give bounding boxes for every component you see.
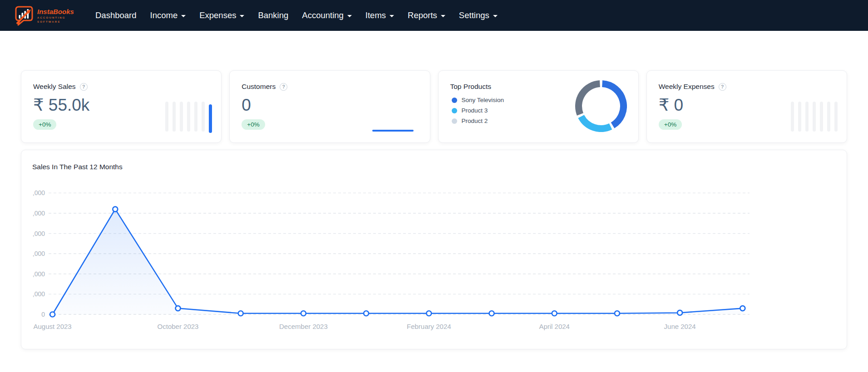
weekly-sales-sparkbars (165, 100, 212, 132)
nav-item-income[interactable]: Income (150, 10, 186, 20)
svg-text:,000: ,000 (33, 189, 45, 196)
chevron-down-icon (181, 15, 186, 17)
svg-text:,000: ,000 (33, 250, 45, 257)
customers-title: Customers (242, 83, 276, 91)
weekly-expenses-trend-badge: +0% (659, 119, 682, 130)
customers-trend-badge: +0% (242, 119, 265, 130)
weekly-expenses-title: Weekly Expenses (659, 83, 715, 91)
svg-text:August 2023: August 2023 (33, 323, 71, 330)
legend-dot (452, 98, 457, 103)
top-products-card: Top Products Sony Television Product 3 P… (438, 70, 639, 143)
chevron-down-icon (441, 15, 445, 17)
help-icon[interactable]: ? (80, 83, 88, 91)
svg-text:0: 0 (41, 311, 45, 318)
svg-text:,000: ,000 (33, 290, 45, 298)
svg-text:April 2024: April 2024 (539, 323, 570, 330)
weekly-sales-trend-badge: +0% (33, 119, 56, 130)
svg-text:,000: ,000 (33, 270, 45, 278)
top-products-title: Top Products (450, 83, 491, 91)
nav-item-banking[interactable]: Banking (258, 10, 288, 20)
svg-text:December 2023: December 2023 (279, 323, 328, 330)
sales-chart-card: Sales In The Past 12 Months 0,000,000,00… (21, 150, 847, 349)
legend-dot (452, 118, 457, 124)
customers-sparkline (372, 130, 414, 132)
help-icon[interactable]: ? (280, 83, 287, 91)
weekly-sales-card: Weekly Sales ? ₹ 55.0k +0% (21, 70, 222, 143)
brand-name: InstaBooks (37, 8, 74, 15)
svg-text:,000: ,000 (33, 210, 45, 217)
instabooks-logo-icon (14, 5, 34, 26)
customers-card: Customers ? 0 +0% (229, 70, 430, 143)
customers-value: 0 (242, 97, 418, 114)
kpi-cards-row: Weekly Sales ? ₹ 55.0k +0% Customers ? 0… (0, 31, 868, 143)
brand-logo[interactable]: InstaBooks ACCOUNTING SOFTWARE (14, 5, 75, 26)
chevron-down-icon (390, 15, 394, 17)
weekly-expenses-card: Weekly Expenses ? ₹ 0 +0% (646, 70, 847, 143)
chevron-down-icon (493, 15, 498, 17)
svg-text:June 2024: June 2024 (664, 323, 696, 330)
sales-line-chart: 0,000,000,000,000,000,000August 2023Octo… (32, 177, 836, 342)
nav-item-expenses[interactable]: Expenses (199, 10, 244, 20)
chevron-down-icon (240, 15, 244, 17)
top-products-donut-chart (575, 80, 627, 132)
nav-menu: Dashboard Income Expenses Banking Accoun… (95, 10, 498, 20)
help-icon[interactable]: ? (719, 83, 726, 91)
sales-chart-title: Sales In The Past 12 Months (32, 163, 836, 171)
nav-item-reports[interactable]: Reports (408, 10, 445, 20)
top-navbar: InstaBooks ACCOUNTING SOFTWARE Dashboard… (0, 0, 868, 31)
nav-item-accounting[interactable]: Accounting (302, 10, 352, 20)
nav-item-settings[interactable]: Settings (459, 10, 498, 20)
nav-item-items[interactable]: Items (365, 10, 394, 20)
nav-item-dashboard[interactable]: Dashboard (95, 10, 137, 20)
svg-text:February 2024: February 2024 (407, 323, 451, 330)
brand-tagline-1: ACCOUNTING (37, 16, 74, 19)
svg-text:October 2023: October 2023 (158, 323, 199, 330)
weekly-sales-title: Weekly Sales (33, 83, 76, 91)
svg-text:,000: ,000 (33, 230, 45, 237)
brand-tagline-2: SOFTWARE (37, 20, 74, 23)
chevron-down-icon (347, 15, 352, 17)
weekly-expenses-sparkbars (791, 100, 838, 132)
legend-dot (452, 108, 457, 113)
